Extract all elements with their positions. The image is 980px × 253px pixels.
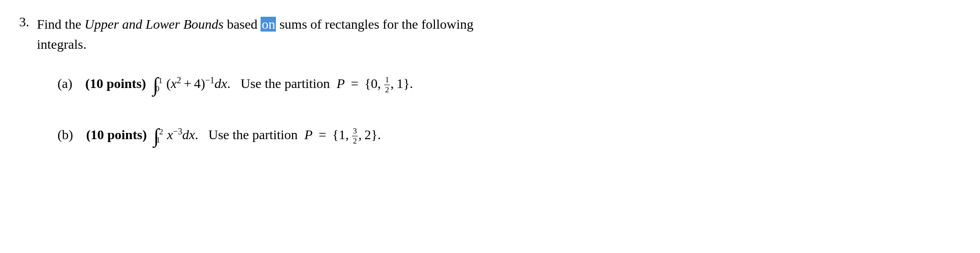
points-a: (10 points) — [85, 76, 146, 91]
partition-text-a: Use the partition — [234, 76, 333, 91]
math-integral-b: ∫12x−3dx. — [150, 127, 202, 142]
points-b: (10 points) — [86, 127, 147, 142]
problem-container: 3. Find the Upper and Lower Bounds based… — [19, 14, 961, 171]
partition-set-b: {1, 32, 2}. — [332, 127, 381, 142]
sub-label-b: (b) — [57, 124, 73, 146]
math-integral-a: ∫01(x2 + 4)−1dx. — [149, 76, 234, 91]
equals-a: = — [348, 76, 361, 91]
sub-label-a: (a) — [57, 73, 72, 95]
sub-problems: (a) (10 points) ∫01(x2 + 4)−1dx. Use the… — [57, 69, 961, 152]
partition-text-b: Use the partition — [202, 127, 301, 142]
problem-number: 3. — [19, 14, 29, 30]
highlighted-word: on — [261, 17, 276, 32]
intro-last-line: integrals. — [37, 37, 86, 52]
P-label-b: P — [305, 127, 313, 142]
intro-end-post: sums of rectangles for the following — [279, 17, 473, 32]
intro-end-pre: based — [227, 17, 258, 32]
italic-title: Upper and Lower Bounds — [85, 17, 227, 32]
problem-header: 3. Find the Upper and Lower Bounds based… — [19, 14, 961, 55]
P-label-a: P — [337, 76, 345, 91]
intro-start: Find the — [37, 17, 81, 32]
equals-b: = — [316, 127, 329, 142]
partition-set-a: {0, 12, 1}. — [365, 76, 413, 91]
sub-problem-b: (b) (10 points) ∫12x−3dx. Use the partit… — [57, 120, 961, 152]
problem-text: Find the Upper and Lower Bounds based on… — [37, 14, 474, 55]
sub-problem-a: (a) (10 points) ∫01(x2 + 4)−1dx. Use the… — [57, 69, 961, 101]
